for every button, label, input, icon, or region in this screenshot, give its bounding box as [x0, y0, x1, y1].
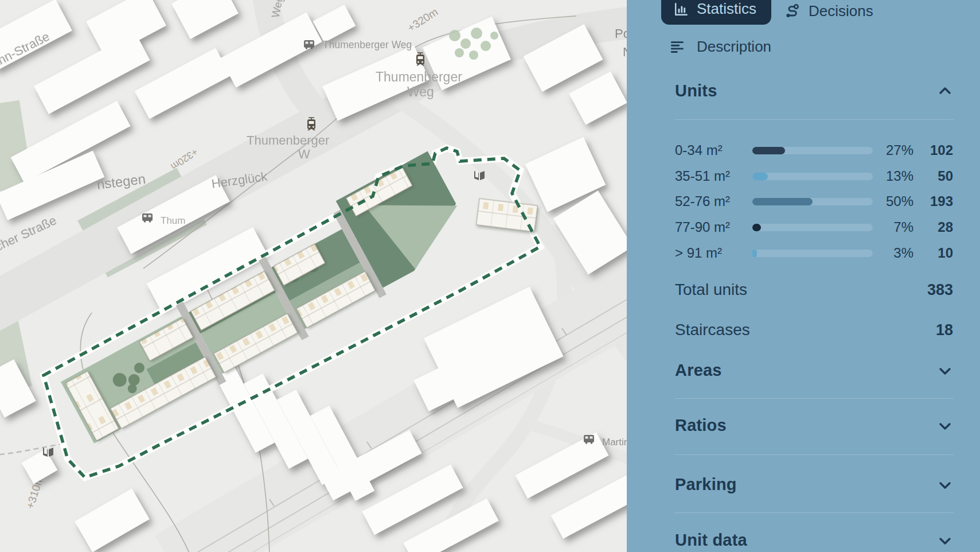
- unit-row-count: 10: [907, 245, 953, 261]
- chevron-down-icon[interactable]: [936, 476, 954, 493]
- chevron-down-icon[interactable]: [936, 362, 954, 379]
- unit-row-label: 35-51 m²: [675, 168, 730, 184]
- unit-row-label: 0-34 m²: [675, 142, 723, 158]
- unit-row-count: 193: [907, 193, 953, 209]
- unit-row-bar: [752, 147, 873, 154]
- divider: [675, 398, 954, 399]
- unit-row-label: 52-76 m²: [675, 193, 730, 209]
- total-units-label: Total units: [675, 281, 747, 299]
- section-title-unit-data[interactable]: Unit data: [675, 531, 747, 550]
- staircases-label: Staircases: [675, 321, 750, 339]
- unit-row-bar: [752, 173, 873, 180]
- unit-row-label: > 91 m²: [675, 245, 722, 261]
- street-label-thumenberger-small: Thumenberger Weg: [323, 39, 412, 50]
- unit-row-bar: [752, 224, 873, 231]
- chevron-down-icon[interactable]: [936, 532, 954, 549]
- section-title-parking[interactable]: Parking: [675, 475, 737, 494]
- unit-row-count: 102: [907, 142, 953, 158]
- unit-row-label: 77-90 m²: [675, 219, 730, 235]
- divider: [675, 454, 954, 455]
- section-title-areas[interactable]: Areas: [675, 361, 722, 380]
- tab-decisions[interactable]: Decisions: [784, 2, 873, 20]
- section-title-units: Units: [675, 81, 717, 100]
- street-label-thumenb-mid: Thumenberger: [247, 133, 329, 147]
- divider: [675, 119, 954, 120]
- unit-row-percent: 3%: [862, 245, 913, 261]
- chevron-up-icon[interactable]: [936, 83, 954, 100]
- unit-row-percent: 13%: [862, 168, 913, 184]
- route-icon: [784, 3, 801, 20]
- section-title-ratios[interactable]: Ratios: [675, 416, 727, 435]
- street-label-thum-stop: Thum: [161, 215, 185, 226]
- unit-row-bar: [752, 198, 873, 205]
- street-label-thumenb-mid2: W: [298, 147, 310, 161]
- unit-row-bar: [752, 250, 873, 257]
- description-icon: [670, 39, 685, 55]
- tab-decisions-label: Decisions: [809, 2, 873, 20]
- street-label-thumenberger-2: Weg: [407, 84, 434, 99]
- description-button[interactable]: Description: [670, 38, 771, 56]
- unit-row-percent: 7%: [862, 219, 913, 235]
- tab-statistics[interactable]: Statistics: [661, 0, 771, 25]
- street-label-thumenberger-1: Thumenberger: [376, 69, 462, 84]
- unit-row-count: 50: [907, 168, 953, 184]
- bar-chart-icon: [674, 2, 689, 17]
- staircases-value: 18: [896, 321, 953, 339]
- description-label: Description: [697, 38, 771, 56]
- total-units-value: 383: [896, 281, 953, 299]
- chevron-down-icon[interactable]: [936, 417, 954, 434]
- unit-row-percent: 50%: [862, 193, 913, 209]
- statistics-panel: Statistics Decisions Description Units 0…: [627, 0, 980, 552]
- tab-statistics-label: Statistics: [697, 0, 756, 18]
- unit-row-percent: 27%: [862, 142, 913, 158]
- unit-row-count: 28: [907, 219, 953, 235]
- divider: [675, 512, 954, 513]
